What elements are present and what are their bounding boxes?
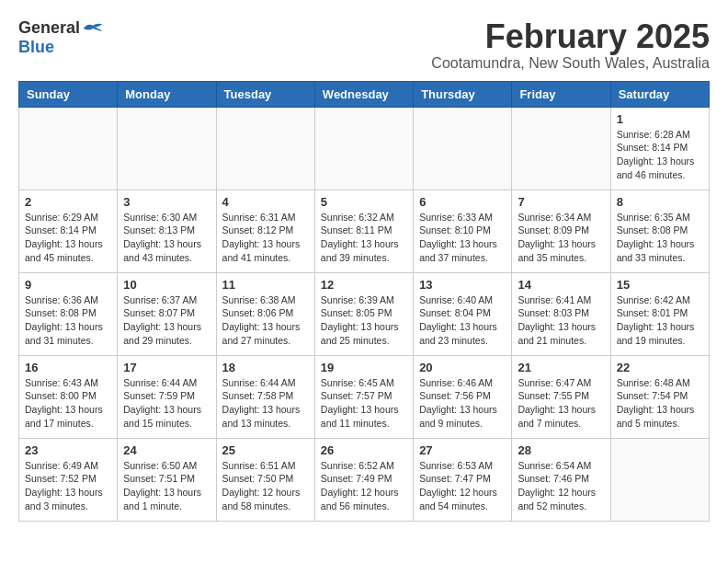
day-number: 18	[222, 361, 309, 374]
day-number: 13	[419, 278, 506, 292]
day-number: 21	[518, 361, 604, 374]
calendar-day-18: 18Sunrise: 6:44 AM Sunset: 7:58 PM Dayli…	[216, 355, 314, 438]
day-number: 14	[518, 278, 604, 292]
calendar-day-23: 23Sunrise: 6:49 AM Sunset: 7:52 PM Dayli…	[19, 438, 118, 521]
page-header: General Blue February 2025 Cootamundra, …	[18, 18, 710, 72]
calendar-day-13: 13Sunrise: 6:40 AM Sunset: 8:04 PM Dayli…	[414, 272, 512, 355]
day-info: Sunrise: 6:40 AM Sunset: 8:04 PM Dayligh…	[419, 293, 506, 348]
calendar-day-3: 3Sunrise: 6:30 AM Sunset: 8:13 PM Daylig…	[118, 190, 216, 272]
calendar-week-5: 23Sunrise: 6:49 AM Sunset: 7:52 PM Dayli…	[19, 438, 710, 521]
day-number: 22	[617, 361, 703, 374]
day-number: 28	[518, 443, 604, 457]
calendar-header-friday: Friday	[512, 81, 610, 107]
day-info: Sunrise: 6:53 AM Sunset: 7:47 PM Dayligh…	[419, 459, 506, 513]
day-info: Sunrise: 6:52 AM Sunset: 7:49 PM Dayligh…	[321, 459, 407, 513]
calendar-week-3: 9Sunrise: 6:36 AM Sunset: 8:08 PM Daylig…	[19, 272, 710, 355]
calendar-header-row: SundayMondayTuesdayWednesdayThursdayFrid…	[19, 81, 710, 107]
logo-bird-icon	[82, 20, 104, 37]
day-info: Sunrise: 6:47 AM Sunset: 7:55 PM Dayligh…	[518, 376, 604, 431]
day-number: 24	[123, 443, 210, 457]
calendar-day-5: 5Sunrise: 6:32 AM Sunset: 8:11 PM Daylig…	[314, 190, 413, 272]
calendar-week-2: 2Sunrise: 6:29 AM Sunset: 8:14 PM Daylig…	[19, 190, 710, 272]
calendar-day-17: 17Sunrise: 6:44 AM Sunset: 7:59 PM Dayli…	[118, 355, 216, 438]
day-info: Sunrise: 6:41 AM Sunset: 8:03 PM Dayligh…	[518, 293, 604, 348]
calendar-header-monday: Monday	[118, 81, 216, 107]
day-number: 1	[617, 112, 703, 126]
calendar-day-6: 6Sunrise: 6:33 AM Sunset: 8:10 PM Daylig…	[414, 190, 512, 272]
calendar-day-21: 21Sunrise: 6:47 AM Sunset: 7:55 PM Dayli…	[512, 355, 610, 438]
day-number: 16	[25, 361, 111, 374]
calendar-day-11: 11Sunrise: 6:38 AM Sunset: 8:06 PM Dayli…	[216, 272, 314, 355]
day-info: Sunrise: 6:33 AM Sunset: 8:10 PM Dayligh…	[419, 211, 506, 265]
calendar-day-26: 26Sunrise: 6:52 AM Sunset: 7:49 PM Dayli…	[314, 438, 413, 521]
day-info: Sunrise: 6:31 AM Sunset: 8:12 PM Dayligh…	[222, 211, 309, 265]
calendar-header-wednesday: Wednesday	[314, 81, 413, 107]
day-info: Sunrise: 6:35 AM Sunset: 8:08 PM Dayligh…	[617, 211, 703, 265]
title-section: February 2025 Cootamundra, New South Wal…	[431, 18, 710, 72]
calendar-day-22: 22Sunrise: 6:48 AM Sunset: 7:54 PM Dayli…	[610, 355, 709, 438]
day-info: Sunrise: 6:42 AM Sunset: 8:01 PM Dayligh…	[617, 293, 703, 348]
calendar-header-thursday: Thursday	[414, 81, 512, 107]
calendar-week-4: 16Sunrise: 6:43 AM Sunset: 8:00 PM Dayli…	[19, 355, 710, 438]
day-info: Sunrise: 6:36 AM Sunset: 8:08 PM Dayligh…	[25, 293, 111, 348]
calendar-day-7: 7Sunrise: 6:34 AM Sunset: 8:09 PM Daylig…	[512, 190, 610, 272]
calendar-day-19: 19Sunrise: 6:45 AM Sunset: 7:57 PM Dayli…	[314, 355, 413, 438]
day-number: 15	[617, 278, 703, 292]
day-number: 26	[321, 443, 407, 457]
calendar-day-1: 1Sunrise: 6:28 AM Sunset: 8:14 PM Daylig…	[610, 107, 709, 190]
day-number: 3	[123, 195, 210, 209]
calendar-day-25: 25Sunrise: 6:51 AM Sunset: 7:50 PM Dayli…	[216, 438, 314, 521]
day-number: 12	[321, 278, 407, 292]
day-info: Sunrise: 6:54 AM Sunset: 7:46 PM Dayligh…	[518, 459, 604, 513]
day-info: Sunrise: 6:44 AM Sunset: 7:59 PM Dayligh…	[123, 376, 210, 431]
logo-general-text: General	[18, 18, 80, 38]
day-number: 23	[25, 443, 111, 457]
day-number: 7	[518, 195, 604, 209]
empty-cell	[19, 107, 118, 190]
day-number: 20	[419, 361, 506, 374]
day-info: Sunrise: 6:50 AM Sunset: 7:51 PM Dayligh…	[123, 459, 210, 513]
day-info: Sunrise: 6:32 AM Sunset: 8:11 PM Dayligh…	[321, 211, 407, 265]
day-number: 6	[419, 195, 506, 209]
calendar-day-20: 20Sunrise: 6:46 AM Sunset: 7:56 PM Dayli…	[414, 355, 512, 438]
day-info: Sunrise: 6:38 AM Sunset: 8:06 PM Dayligh…	[222, 293, 309, 348]
calendar-day-12: 12Sunrise: 6:39 AM Sunset: 8:05 PM Dayli…	[314, 272, 413, 355]
calendar-day-27: 27Sunrise: 6:53 AM Sunset: 7:47 PM Dayli…	[414, 438, 512, 521]
location-title: Cootamundra, New South Wales, Australia	[431, 55, 710, 72]
empty-cell	[216, 107, 314, 190]
calendar-table: SundayMondayTuesdayWednesdayThursdayFrid…	[18, 81, 710, 522]
day-number: 17	[123, 361, 210, 374]
day-number: 8	[617, 195, 703, 209]
calendar-week-1: 1Sunrise: 6:28 AM Sunset: 8:14 PM Daylig…	[19, 107, 710, 190]
month-title: February 2025	[431, 18, 710, 55]
logo-blue-text: Blue	[18, 38, 54, 57]
day-number: 10	[123, 278, 210, 292]
empty-cell	[610, 438, 709, 521]
day-number: 5	[321, 195, 407, 209]
day-number: 9	[25, 278, 111, 292]
day-info: Sunrise: 6:34 AM Sunset: 8:09 PM Dayligh…	[518, 211, 604, 265]
day-info: Sunrise: 6:39 AM Sunset: 8:05 PM Dayligh…	[321, 293, 407, 348]
calendar-day-24: 24Sunrise: 6:50 AM Sunset: 7:51 PM Dayli…	[118, 438, 216, 521]
day-info: Sunrise: 6:49 AM Sunset: 7:52 PM Dayligh…	[25, 459, 111, 513]
calendar-day-14: 14Sunrise: 6:41 AM Sunset: 8:03 PM Dayli…	[512, 272, 610, 355]
day-number: 25	[222, 443, 309, 457]
empty-cell	[314, 107, 413, 190]
empty-cell	[118, 107, 216, 190]
day-info: Sunrise: 6:51 AM Sunset: 7:50 PM Dayligh…	[222, 459, 309, 513]
day-info: Sunrise: 6:46 AM Sunset: 7:56 PM Dayligh…	[419, 376, 506, 431]
day-info: Sunrise: 6:37 AM Sunset: 8:07 PM Dayligh…	[123, 293, 210, 348]
calendar-header-saturday: Saturday	[610, 81, 709, 107]
day-number: 4	[222, 195, 309, 209]
day-info: Sunrise: 6:44 AM Sunset: 7:58 PM Dayligh…	[222, 376, 309, 431]
day-number: 11	[222, 278, 309, 292]
day-info: Sunrise: 6:45 AM Sunset: 7:57 PM Dayligh…	[321, 376, 407, 431]
day-number: 19	[321, 361, 407, 374]
calendar-day-28: 28Sunrise: 6:54 AM Sunset: 7:46 PM Dayli…	[512, 438, 610, 521]
logo: General Blue	[18, 18, 104, 57]
day-info: Sunrise: 6:28 AM Sunset: 8:14 PM Dayligh…	[617, 128, 703, 182]
day-number: 27	[419, 443, 506, 457]
calendar-day-16: 16Sunrise: 6:43 AM Sunset: 8:00 PM Dayli…	[19, 355, 118, 438]
day-info: Sunrise: 6:29 AM Sunset: 8:14 PM Dayligh…	[25, 211, 111, 265]
empty-cell	[512, 107, 610, 190]
